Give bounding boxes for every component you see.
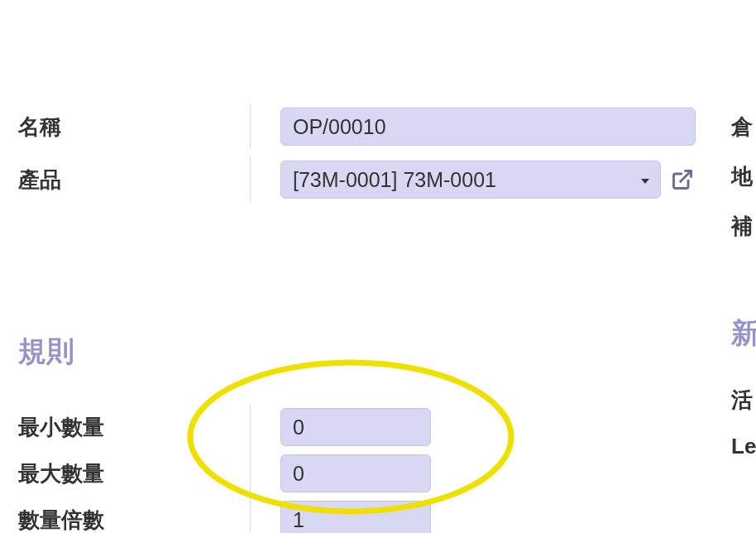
- min-qty-input[interactable]: [280, 408, 431, 446]
- mult-qty-label: 數量倍數: [18, 506, 250, 534]
- max-qty-row: 最大數量: [18, 450, 756, 497]
- mult-qty-input[interactable]: [280, 501, 431, 533]
- name-label: 名稱: [18, 113, 250, 142]
- right-heading: 新: [731, 315, 756, 353]
- name-input[interactable]: [280, 108, 696, 146]
- name-row: 名稱: [18, 104, 756, 149]
- max-qty-label: 最大數量: [18, 459, 250, 488]
- right-label-3: 補: [731, 212, 756, 241]
- mult-qty-row: 數量倍數: [18, 497, 756, 533]
- rules-heading: 規則: [18, 333, 756, 371]
- right-label-1: 倉: [731, 113, 756, 142]
- external-link-icon[interactable]: [671, 168, 694, 191]
- svg-line-0: [681, 171, 691, 182]
- min-qty-row: 最小數量: [18, 404, 756, 450]
- right-label-4: 活: [731, 386, 756, 415]
- min-qty-label: 最小數量: [18, 413, 250, 442]
- right-label-5: Le: [731, 434, 756, 459]
- product-row: 產品: [18, 157, 756, 202]
- max-qty-input[interactable]: [280, 454, 431, 492]
- product-label: 產品: [18, 166, 250, 194]
- product-select[interactable]: [280, 161, 661, 199]
- right-label-2: 地: [731, 162, 756, 191]
